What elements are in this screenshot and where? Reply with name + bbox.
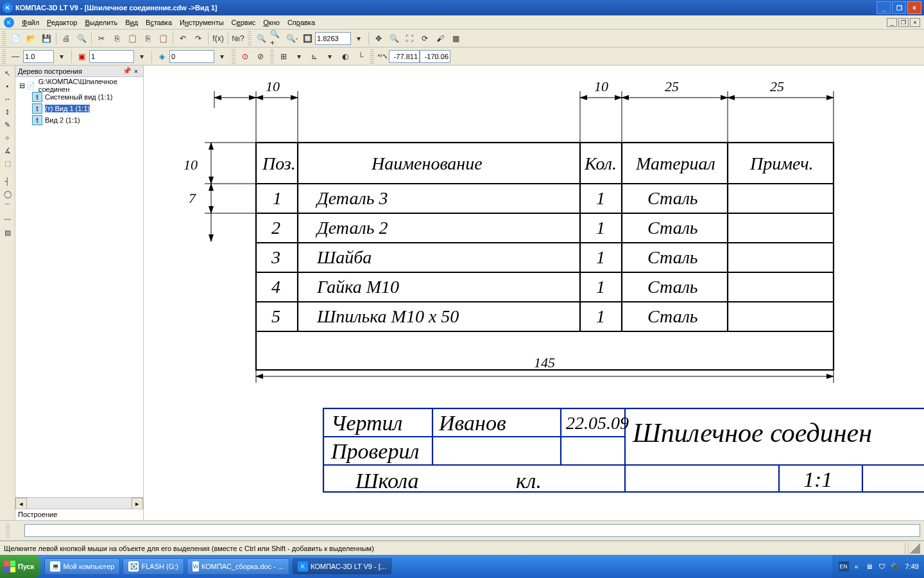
mdi-close-button[interactable]: × xyxy=(910,18,920,27)
toolbar-grip[interactable] xyxy=(270,49,274,64)
menu-help[interactable]: Справка xyxy=(284,17,319,28)
snap-off-button[interactable]: ⊘ xyxy=(253,49,268,64)
taskbar-item[interactable]: KКОМПАС-3D LT V9 - [... xyxy=(292,558,392,575)
lang-indicator[interactable]: EN xyxy=(839,561,849,572)
taskbar-item[interactable]: 💻Мой компьютер xyxy=(44,558,120,575)
zoom-all-button[interactable]: ⛶ xyxy=(402,31,416,46)
ortho-button[interactable]: ⊾ xyxy=(307,49,321,64)
dropdown-icon[interactable]: ▾ xyxy=(323,49,337,64)
mdi-restore-button[interactable]: ❐ xyxy=(898,18,909,27)
zoom-window-button[interactable]: 🔲 xyxy=(300,31,314,46)
round-button[interactable]: ◐ xyxy=(338,49,352,64)
menu-window[interactable]: Окно xyxy=(259,17,284,28)
tree-item[interactable]: t Вид 2 (1:1) xyxy=(17,114,142,126)
layer-input[interactable] xyxy=(89,50,134,63)
coord-x-input[interactable] xyxy=(389,50,420,63)
tray-icon[interactable]: 🔌 xyxy=(890,561,900,572)
zoom-prev-button[interactable]: 🔍 xyxy=(387,31,401,46)
menu-service[interactable]: Сервис xyxy=(228,17,260,28)
taskbar-item[interactable]: WКОМПАС_сборка.doc - ... xyxy=(187,558,289,575)
toolbar-grip[interactable] xyxy=(232,49,235,64)
select-tool[interactable]: ⬚ xyxy=(1,157,14,170)
command-input[interactable] xyxy=(24,524,920,537)
toolbar-grip[interactable] xyxy=(2,49,6,64)
tray-icon[interactable]: 🖥 xyxy=(864,561,875,572)
pan-button[interactable]: ✥ xyxy=(372,31,386,46)
layers-button[interactable]: ▣ xyxy=(74,49,89,64)
scale-input[interactable] xyxy=(23,50,54,63)
toolbar-grip[interactable] xyxy=(6,523,10,538)
zoom-in-button[interactable]: 🔍+ xyxy=(270,31,284,46)
menu-tools[interactable]: Инструменты xyxy=(176,17,228,28)
dropdown-icon[interactable]: ▾ xyxy=(352,31,366,46)
tray-icon[interactable]: 🛡 xyxy=(877,561,887,572)
menu-view[interactable]: Вид xyxy=(121,17,142,28)
drawing-canvas[interactable]: .tk { stroke:#000; stroke-width:2.2; fil… xyxy=(144,66,924,520)
help-button[interactable]: №? xyxy=(231,31,245,46)
menu-edit[interactable]: Редактор xyxy=(43,17,81,28)
circle-tool[interactable]: ◯ xyxy=(1,188,14,200)
toolbar-grip[interactable] xyxy=(370,49,374,64)
arc-tool[interactable]: ⌒ xyxy=(1,200,14,213)
undo-button[interactable]: ↶ xyxy=(176,31,190,46)
scroll-right-icon[interactable]: ▸ xyxy=(132,498,143,509)
scroll-left-icon[interactable]: ◂ xyxy=(15,498,27,509)
toolbar-grip[interactable] xyxy=(2,31,6,46)
preview-button[interactable]: 🔍 xyxy=(74,31,89,46)
show-all-button[interactable]: ▦ xyxy=(449,31,463,46)
redraw-button[interactable]: 🖌 xyxy=(433,31,447,46)
zoom-input[interactable] xyxy=(315,32,351,45)
new-button[interactable]: 📄 xyxy=(8,31,22,46)
maximize-button[interactable]: ❐ xyxy=(892,1,906,14)
measure-tool[interactable]: ∡ xyxy=(1,144,14,157)
line-style-button[interactable]: — xyxy=(8,49,22,64)
clock[interactable]: 7:49 xyxy=(905,563,919,570)
cut-button[interactable]: ✂ xyxy=(94,31,108,46)
dimension-tool[interactable]: ↔ xyxy=(1,92,14,105)
resize-grip-icon[interactable] xyxy=(910,543,920,554)
variables-button[interactable]: f(x) xyxy=(211,31,225,46)
panel-scrollbar[interactable]: ◂ ▸ xyxy=(15,497,143,509)
state-input[interactable] xyxy=(169,50,214,63)
dropdown-icon[interactable]: ▾ xyxy=(215,49,229,64)
toolbar-grip[interactable] xyxy=(248,31,252,46)
copy-button[interactable]: ⎘ xyxy=(110,31,124,46)
dropdown-icon[interactable]: ▾ xyxy=(292,49,306,64)
coord-y-input[interactable] xyxy=(420,50,450,63)
refresh-button[interactable]: ⟳ xyxy=(418,31,432,46)
menu-select[interactable]: Выделить xyxy=(81,17,121,28)
tree-item[interactable]: t (т) Вид 1 (1:1) xyxy=(17,103,142,114)
copy-props-button[interactable]: ⎘ xyxy=(141,31,155,46)
menu-insert[interactable]: Вставка xyxy=(142,17,176,28)
panel-tab[interactable]: Построение xyxy=(15,509,143,520)
edit-tool[interactable]: ✎ xyxy=(1,118,14,131)
zoom-fit-button[interactable]: 🔍 xyxy=(254,31,268,46)
tree-root[interactable]: ⊟ 📄 G:\КОМПАС\Шпилечное соединен xyxy=(17,80,142,91)
close-button[interactable]: × xyxy=(907,1,921,14)
zoom-out-button[interactable]: 🔍- xyxy=(285,31,299,46)
minimize-button[interactable]: _ xyxy=(877,1,891,14)
redo-button[interactable]: ↷ xyxy=(191,31,205,46)
menu-file[interactable]: Файл xyxy=(18,17,43,28)
save-button[interactable]: 💾 xyxy=(39,31,53,46)
text-tool[interactable]: ‡ xyxy=(1,105,14,118)
mdi-minimize-button[interactable]: _ xyxy=(887,18,897,27)
panel-close-icon[interactable]: × xyxy=(132,67,141,76)
param-tool[interactable]: ⟐ xyxy=(1,131,14,144)
open-button[interactable]: 📂 xyxy=(24,31,38,46)
states-button[interactable]: ◈ xyxy=(155,49,169,64)
dropdown-icon[interactable]: ▾ xyxy=(135,49,149,64)
line-tool[interactable]: ┤ xyxy=(1,175,14,188)
model-tree[interactable]: ⊟ 📄 G:\КОМПАС\Шпилечное соединен t Систе… xyxy=(15,77,143,497)
grid-button[interactable]: ⊞ xyxy=(277,49,291,64)
coord-button[interactable]: └ xyxy=(354,49,368,64)
dropdown-icon[interactable]: ▾ xyxy=(55,49,69,64)
print-button[interactable]: 🖨 xyxy=(59,31,73,46)
snap-toggle-button[interactable]: ⊙ xyxy=(238,49,252,64)
taskbar-item[interactable]: 💽FLASH (G:) xyxy=(123,558,184,575)
start-button[interactable]: Пуск xyxy=(0,555,40,578)
point-tool[interactable]: • xyxy=(1,80,14,92)
geometry-tool[interactable]: ↖ xyxy=(1,67,14,80)
spline-tool[interactable]: 〰 xyxy=(1,213,14,226)
hatch-tool[interactable]: ▨ xyxy=(1,226,14,239)
